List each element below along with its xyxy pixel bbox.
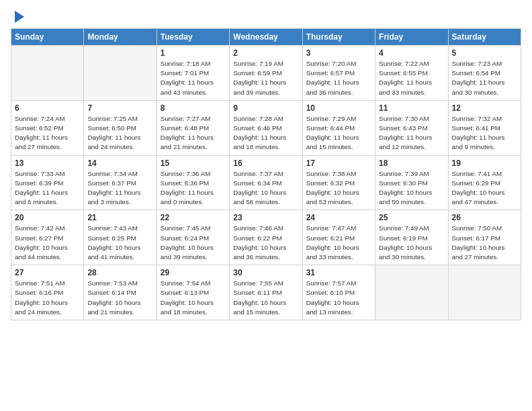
- day-number: 10: [306, 103, 371, 113]
- day-number: 21: [87, 213, 152, 222]
- day-info: Sunrise: 7:34 AM Sunset: 6:37 PM Dayligh…: [87, 169, 152, 208]
- calendar-cell: 22Sunrise: 7:45 AM Sunset: 6:24 PM Dayli…: [157, 210, 229, 265]
- day-number: 19: [452, 158, 517, 168]
- calendar-cell: 30Sunrise: 7:55 AM Sunset: 6:11 PM Dayli…: [230, 265, 302, 320]
- day-number: 5: [452, 48, 517, 58]
- calendar-cell: 7Sunrise: 7:25 AM Sunset: 6:50 PM Daylig…: [84, 100, 157, 155]
- day-number: 25: [379, 213, 444, 222]
- day-info: Sunrise: 7:27 AM Sunset: 6:48 PM Dayligh…: [161, 114, 226, 152]
- day-number: 9: [233, 103, 298, 113]
- day-number: 26: [452, 213, 517, 222]
- calendar-cell: 14Sunrise: 7:34 AM Sunset: 6:37 PM Dayli…: [84, 155, 157, 210]
- day-number: 30: [233, 268, 298, 277]
- day-info: Sunrise: 7:57 AM Sunset: 6:10 PM Dayligh…: [306, 279, 371, 317]
- day-info: Sunrise: 7:39 AM Sunset: 6:30 PM Dayligh…: [379, 169, 444, 208]
- calendar-cell: 28Sunrise: 7:53 AM Sunset: 6:14 PM Dayli…: [84, 265, 157, 320]
- day-info: Sunrise: 7:29 AM Sunset: 6:44 PM Dayligh…: [306, 114, 371, 152]
- calendar-cell: 15Sunrise: 7:36 AM Sunset: 6:36 PM Dayli…: [157, 155, 229, 210]
- day-number: 16: [233, 158, 298, 168]
- day-number: 7: [87, 103, 152, 113]
- weekday-header: Wednesday: [230, 29, 302, 46]
- calendar-cell: 19Sunrise: 7:41 AM Sunset: 6:29 PM Dayli…: [448, 155, 521, 210]
- day-info: Sunrise: 7:36 AM Sunset: 6:36 PM Dayligh…: [161, 169, 226, 208]
- day-number: 23: [233, 213, 298, 222]
- calendar-cell: 3Sunrise: 7:20 AM Sunset: 6:57 PM Daylig…: [302, 46, 375, 101]
- calendar-cell: [11, 46, 84, 101]
- calendar-cell: 31Sunrise: 7:57 AM Sunset: 6:10 PM Dayli…: [302, 265, 375, 320]
- day-number: 31: [306, 268, 371, 277]
- calendar-cell: 8Sunrise: 7:27 AM Sunset: 6:48 PM Daylig…: [157, 100, 229, 155]
- day-info: Sunrise: 7:47 AM Sunset: 6:21 PM Dayligh…: [306, 224, 371, 262]
- day-info: Sunrise: 7:19 AM Sunset: 6:59 PM Dayligh…: [233, 59, 298, 97]
- day-info: Sunrise: 7:38 AM Sunset: 6:32 PM Dayligh…: [306, 169, 371, 208]
- calendar-cell: 10Sunrise: 7:29 AM Sunset: 6:44 PM Dayli…: [302, 100, 375, 155]
- day-info: Sunrise: 7:49 AM Sunset: 6:19 PM Dayligh…: [379, 224, 444, 262]
- calendar-cell: [375, 265, 448, 320]
- day-info: Sunrise: 7:42 AM Sunset: 6:27 PM Dayligh…: [15, 224, 80, 262]
- day-number: 11: [379, 103, 444, 113]
- day-info: Sunrise: 7:25 AM Sunset: 6:50 PM Dayligh…: [87, 114, 152, 152]
- day-number: 1: [161, 48, 226, 58]
- calendar-week-row: 27Sunrise: 7:51 AM Sunset: 6:16 PM Dayli…: [11, 265, 521, 320]
- day-info: Sunrise: 7:20 AM Sunset: 6:57 PM Dayligh…: [306, 59, 371, 97]
- day-info: Sunrise: 7:53 AM Sunset: 6:14 PM Dayligh…: [87, 279, 152, 317]
- day-info: Sunrise: 7:43 AM Sunset: 6:25 PM Dayligh…: [87, 224, 152, 262]
- calendar-cell: [84, 46, 157, 101]
- day-number: 8: [161, 103, 226, 113]
- day-number: 14: [87, 158, 152, 168]
- calendar-cell: 16Sunrise: 7:37 AM Sunset: 6:34 PM Dayli…: [230, 155, 302, 210]
- day-number: 28: [87, 268, 152, 277]
- calendar-cell: 23Sunrise: 7:46 AM Sunset: 6:22 PM Dayli…: [230, 210, 302, 265]
- calendar-cell: 20Sunrise: 7:42 AM Sunset: 6:27 PM Dayli…: [11, 210, 84, 265]
- day-info: Sunrise: 7:32 AM Sunset: 6:41 PM Dayligh…: [452, 114, 517, 152]
- calendar-week-row: 6Sunrise: 7:24 AM Sunset: 6:52 PM Daylig…: [11, 100, 521, 155]
- day-info: Sunrise: 7:50 AM Sunset: 6:17 PM Dayligh…: [452, 224, 517, 262]
- weekday-header: Tuesday: [157, 29, 229, 46]
- day-number: 22: [161, 213, 226, 222]
- calendar-week-row: 20Sunrise: 7:42 AM Sunset: 6:27 PM Dayli…: [11, 210, 521, 265]
- calendar-cell: 21Sunrise: 7:43 AM Sunset: 6:25 PM Dayli…: [84, 210, 157, 265]
- day-number: 20: [15, 213, 80, 222]
- day-info: Sunrise: 7:28 AM Sunset: 6:46 PM Dayligh…: [233, 114, 298, 152]
- day-info: Sunrise: 7:54 AM Sunset: 6:13 PM Dayligh…: [161, 279, 226, 317]
- calendar: SundayMondayTuesdayWednesdayThursdayFrid…: [11, 28, 521, 320]
- weekday-header: Sunday: [11, 29, 84, 46]
- day-info: Sunrise: 7:51 AM Sunset: 6:16 PM Dayligh…: [15, 279, 80, 317]
- weekday-header: Thursday: [302, 29, 375, 46]
- calendar-cell: 26Sunrise: 7:50 AM Sunset: 6:17 PM Dayli…: [448, 210, 521, 265]
- day-number: 18: [379, 158, 444, 168]
- logo-triangle-icon: [15, 11, 24, 23]
- day-number: 2: [233, 48, 298, 58]
- day-info: Sunrise: 7:22 AM Sunset: 6:55 PM Dayligh…: [379, 59, 444, 97]
- calendar-cell: 29Sunrise: 7:54 AM Sunset: 6:13 PM Dayli…: [157, 265, 229, 320]
- calendar-cell: 6Sunrise: 7:24 AM Sunset: 6:52 PM Daylig…: [11, 100, 84, 155]
- day-info: Sunrise: 7:23 AM Sunset: 6:54 PM Dayligh…: [452, 59, 517, 97]
- day-number: 29: [161, 268, 226, 277]
- calendar-cell: 13Sunrise: 7:33 AM Sunset: 6:39 PM Dayli…: [11, 155, 84, 210]
- calendar-cell: 18Sunrise: 7:39 AM Sunset: 6:30 PM Dayli…: [375, 155, 448, 210]
- header: [11, 11, 521, 23]
- weekday-header: Friday: [375, 29, 448, 46]
- calendar-cell: 25Sunrise: 7:49 AM Sunset: 6:19 PM Dayli…: [375, 210, 448, 265]
- day-number: 24: [306, 213, 371, 222]
- calendar-cell: 27Sunrise: 7:51 AM Sunset: 6:16 PM Dayli…: [11, 265, 84, 320]
- day-number: 6: [15, 103, 80, 113]
- day-number: 15: [161, 158, 226, 168]
- calendar-cell: 11Sunrise: 7:30 AM Sunset: 6:43 PM Dayli…: [375, 100, 448, 155]
- day-number: 4: [379, 48, 444, 58]
- logo: [11, 11, 24, 23]
- day-info: Sunrise: 7:33 AM Sunset: 6:39 PM Dayligh…: [15, 169, 80, 208]
- calendar-cell: 24Sunrise: 7:47 AM Sunset: 6:21 PM Dayli…: [302, 210, 375, 265]
- calendar-cell: 9Sunrise: 7:28 AM Sunset: 6:46 PM Daylig…: [230, 100, 302, 155]
- calendar-cell: [448, 265, 521, 320]
- day-number: 3: [306, 48, 371, 58]
- day-number: 13: [15, 158, 80, 168]
- day-info: Sunrise: 7:55 AM Sunset: 6:11 PM Dayligh…: [233, 279, 298, 317]
- day-number: 17: [306, 158, 371, 168]
- calendar-cell: 2Sunrise: 7:19 AM Sunset: 6:59 PM Daylig…: [230, 46, 302, 101]
- day-info: Sunrise: 7:18 AM Sunset: 7:01 PM Dayligh…: [161, 59, 226, 97]
- day-number: 27: [15, 268, 80, 277]
- day-info: Sunrise: 7:37 AM Sunset: 6:34 PM Dayligh…: [233, 169, 298, 208]
- day-info: Sunrise: 7:46 AM Sunset: 6:22 PM Dayligh…: [233, 224, 298, 262]
- calendar-cell: 1Sunrise: 7:18 AM Sunset: 7:01 PM Daylig…: [157, 46, 229, 101]
